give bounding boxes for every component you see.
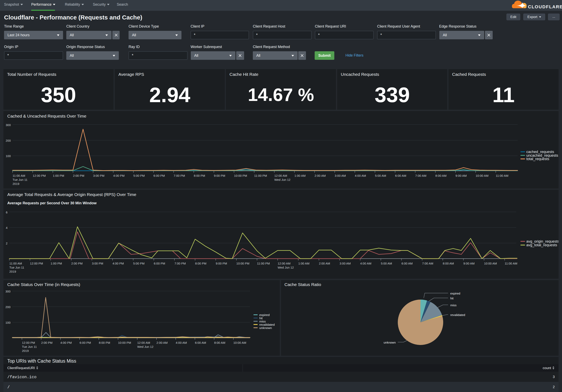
- svg-text:2019: 2019: [9, 270, 16, 273]
- svg-text:2:00 AM: 2:00 AM: [315, 174, 326, 177]
- svg-text:12:00 AM: 12:00 AM: [137, 341, 150, 344]
- svg-text:2: 2: [6, 242, 8, 245]
- svg-text:6:00 AM: 6:00 AM: [401, 262, 413, 265]
- svg-text:miss: miss: [450, 303, 457, 307]
- svg-text:9:00 AM: 9:00 AM: [463, 262, 475, 265]
- svg-text:5:00 PM: 5:00 PM: [133, 262, 145, 265]
- svg-text:300: 300: [6, 123, 11, 127]
- svg-text:7:00 AM: 7:00 AM: [422, 262, 433, 265]
- svg-text:12:00 PM: 12:00 PM: [33, 174, 46, 177]
- svg-text:Wed Jun 12: Wed Jun 12: [274, 178, 291, 181]
- svg-text:hit: hit: [259, 316, 263, 320]
- svg-text:8:00 PM: 8:00 PM: [99, 341, 110, 344]
- svg-text:10:00 AM: 10:00 AM: [476, 174, 488, 177]
- svg-text:9:00 PM: 9:00 PM: [214, 174, 225, 177]
- svg-text:2019: 2019: [12, 182, 19, 185]
- svg-text:10:00 AM: 10:00 AM: [484, 262, 497, 265]
- svg-text:5:00 PM: 5:00 PM: [133, 174, 145, 177]
- svg-text:3:00 AM: 3:00 AM: [340, 262, 351, 265]
- svg-text:unknown: unknown: [259, 326, 272, 330]
- svg-text:12:00 AM: 12:00 AM: [274, 174, 287, 177]
- svg-text:Wed Jun 12: Wed Jun 12: [278, 266, 294, 269]
- svg-text:7:00 PM: 7:00 PM: [174, 262, 186, 265]
- svg-text:200: 200: [6, 139, 11, 142]
- svg-text:11:00 PM: 11:00 PM: [254, 174, 267, 177]
- svg-text:11:00 AM: 11:00 AM: [496, 174, 508, 177]
- svg-text:1:00 PM: 1:00 PM: [51, 262, 62, 265]
- svg-text:6:00 PM: 6:00 PM: [80, 341, 91, 344]
- svg-text:1:00 AM: 1:00 AM: [294, 174, 305, 177]
- svg-text:Wed Jun 12: Wed Jun 12: [137, 345, 153, 348]
- svg-text:4:00 PM: 4:00 PM: [113, 174, 125, 177]
- svg-text:5:00 AM: 5:00 AM: [375, 174, 386, 177]
- svg-text:7:00 AM: 7:00 AM: [415, 174, 426, 177]
- svg-text:200: 200: [5, 305, 11, 309]
- svg-text:7:00 PM: 7:00 PM: [174, 174, 185, 177]
- svg-text:8:00 AM: 8:00 AM: [443, 262, 454, 265]
- svg-text:11:00 AM: 11:00 AM: [9, 262, 22, 265]
- svg-text:100: 100: [6, 154, 11, 158]
- svg-text:10:00 AM: 10:00 AM: [233, 341, 246, 344]
- svg-text:6:00 PM: 6:00 PM: [153, 174, 165, 177]
- svg-text:8:00 PM: 8:00 PM: [195, 262, 206, 265]
- svg-text:expired: expired: [259, 313, 270, 317]
- svg-text:hit: hit: [450, 297, 454, 300]
- svg-text:3:00 PM: 3:00 PM: [93, 174, 105, 177]
- svg-text:9:00 AM: 9:00 AM: [456, 174, 467, 177]
- svg-text:12:00 PM: 12:00 PM: [30, 262, 43, 265]
- svg-text:8:00 AM: 8:00 AM: [214, 341, 225, 344]
- svg-text:6: 6: [6, 211, 8, 214]
- svg-text:revalidated: revalidated: [450, 313, 465, 317]
- svg-text:4:00 PM: 4:00 PM: [60, 341, 72, 344]
- svg-text:3:00 PM: 3:00 PM: [92, 262, 103, 265]
- svg-text:6:00 AM: 6:00 AM: [395, 174, 406, 177]
- svg-text:expired: expired: [450, 292, 460, 295]
- svg-text:total_requests: total_requests: [526, 157, 549, 161]
- svg-text:avg_total_requests: avg_total_requests: [526, 243, 557, 247]
- svg-text:11:00 AM: 11:00 AM: [505, 262, 517, 265]
- svg-text:miss: miss: [259, 320, 266, 323]
- svg-text:100: 100: [5, 321, 11, 324]
- svg-text:10:00 PM: 10:00 PM: [236, 262, 249, 265]
- svg-text:2:00 PM: 2:00 PM: [71, 262, 82, 265]
- svg-text:2019: 2019: [22, 349, 29, 352]
- svg-text:10:00 PM: 10:00 PM: [234, 174, 247, 177]
- svg-text:2:00 PM: 2:00 PM: [41, 341, 53, 344]
- svg-text:4: 4: [6, 226, 8, 230]
- svg-text:6:00 AM: 6:00 AM: [195, 341, 206, 344]
- svg-text:9:00 PM: 9:00 PM: [216, 262, 227, 265]
- svg-text:Tue Jun 11: Tue Jun 11: [12, 178, 27, 181]
- svg-text:11:00 PM: 11:00 PM: [257, 262, 270, 265]
- svg-text:5:00 AM: 5:00 AM: [381, 262, 392, 265]
- svg-text:300: 300: [5, 290, 11, 293]
- svg-text:1:00 AM: 1:00 AM: [298, 262, 309, 265]
- svg-text:unknown: unknown: [384, 341, 396, 344]
- svg-text:8:00 AM: 8:00 AM: [435, 174, 446, 177]
- svg-text:2:00 PM: 2:00 PM: [73, 174, 84, 177]
- svg-text:12:00 PM: 12:00 PM: [22, 341, 35, 344]
- svg-text:Tue Jun 11: Tue Jun 11: [9, 266, 24, 269]
- svg-text:2:00 AM: 2:00 AM: [319, 262, 330, 265]
- svg-text:11:00 AM: 11:00 AM: [12, 174, 25, 177]
- svg-text:4:00 AM: 4:00 AM: [355, 174, 366, 177]
- svg-text:4:00 AM: 4:00 AM: [360, 262, 371, 265]
- svg-text:4:00 AM: 4:00 AM: [176, 341, 187, 344]
- svg-text:6:00 PM: 6:00 PM: [154, 262, 165, 265]
- svg-text:3:00 AM: 3:00 AM: [335, 174, 346, 177]
- svg-text:4:00 PM: 4:00 PM: [113, 262, 124, 265]
- svg-text:8:00 PM: 8:00 PM: [194, 174, 205, 177]
- svg-text:2:00 AM: 2:00 AM: [156, 341, 168, 344]
- svg-text:Tue Jun 11: Tue Jun 11: [22, 345, 37, 348]
- svg-text:revalidated: revalidated: [259, 323, 275, 326]
- svg-text:1:00 PM: 1:00 PM: [53, 174, 64, 177]
- svg-text:12:00 AM: 12:00 AM: [278, 262, 290, 265]
- svg-text:10:00 PM: 10:00 PM: [118, 341, 131, 344]
